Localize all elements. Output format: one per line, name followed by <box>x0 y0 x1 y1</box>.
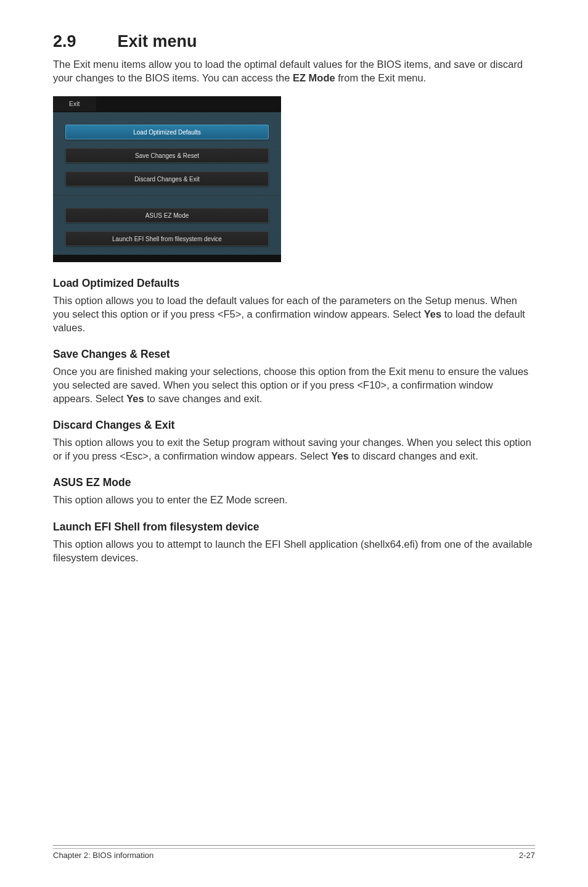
intro-paragraph: The Exit menu items allow you to load th… <box>53 57 535 85</box>
subhead-asus-ez-mode: ASUS EZ Mode <box>53 476 535 489</box>
menu-asus-ez-mode[interactable]: ASUS EZ Mode <box>65 208 269 223</box>
subhead-load-optimized-defaults: Load Optimized Defaults <box>53 277 535 290</box>
screenshot-body: Load Optimized Defaults Save Changes & R… <box>53 112 281 255</box>
para-launch-efi-shell: This option allows you to attempt to lau… <box>53 537 535 564</box>
tab-exit[interactable]: Exit <box>53 96 96 111</box>
text-bold: Yes <box>126 393 144 404</box>
subhead-discard-changes-exit: Discard Changes & Exit <box>53 419 535 432</box>
menu-separator <box>53 195 281 196</box>
para-save-changes-reset: Once you are finished making your select… <box>53 365 535 405</box>
subhead-launch-efi-shell: Launch EFI Shell from filesystem device <box>53 521 535 534</box>
para-load-optimized-defaults: This option allows you to load the defau… <box>53 294 535 334</box>
bios-screenshot: Exit Load Optimized Defaults Save Change… <box>53 96 281 262</box>
para-asus-ez-mode: This option allows you to enter the EZ M… <box>53 493 535 506</box>
page-heading: 2.9 Exit menu <box>53 32 535 51</box>
text-bold: Yes <box>424 308 441 320</box>
section-title: Exit menu <box>117 32 197 51</box>
menu-save-changes-reset[interactable]: Save Changes & Reset <box>65 148 269 163</box>
menu-discard-changes-exit[interactable]: Discard Changes & Exit <box>65 171 269 186</box>
tab-bar: Exit <box>53 96 281 112</box>
footer-rule <box>53 848 535 849</box>
text-bold: Yes <box>331 450 348 461</box>
text: to discard changes and exit. <box>349 450 478 461</box>
intro-text-pre: The Exit menu items allow you to load th… <box>53 59 523 83</box>
subhead-save-changes-reset: Save Changes & Reset <box>53 348 535 361</box>
footer-right: 2-27 <box>519 851 535 860</box>
menu-load-optimized-defaults[interactable]: Load Optimized Defaults <box>65 125 269 139</box>
text: to save changes and exit. <box>144 393 263 404</box>
section-number: 2.9 <box>53 32 115 51</box>
menu-launch-efi-shell[interactable]: Launch EFI Shell from filesystem device <box>65 231 269 246</box>
text: Once you are finished making your select… <box>53 366 528 404</box>
intro-text-post: from the Exit menu. <box>335 72 427 83</box>
intro-text-bold: EZ Mode <box>293 72 335 83</box>
para-discard-changes-exit: This option allows you to exit the Setup… <box>53 435 535 463</box>
page-footer: Chapter 2: BIOS information 2-27 <box>53 845 535 860</box>
footer-left: Chapter 2: BIOS information <box>53 851 153 860</box>
